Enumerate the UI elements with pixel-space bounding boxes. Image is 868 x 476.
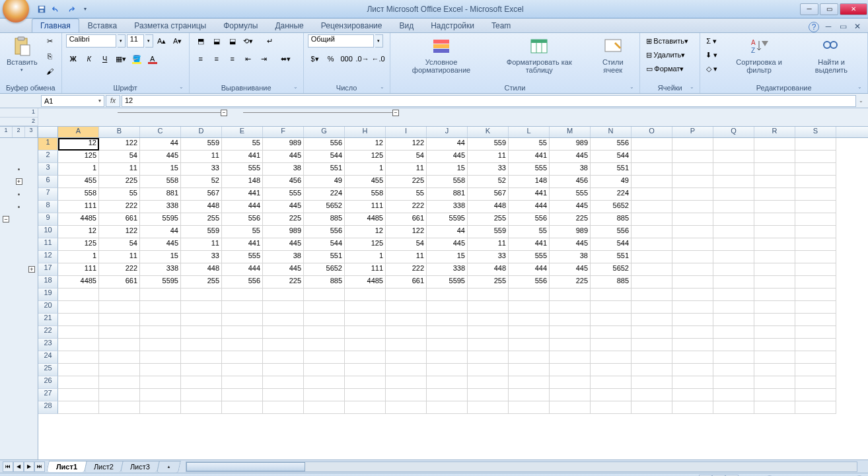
cell[interactable] [58,301,99,314]
cell[interactable]: 11 [99,251,140,263]
cell[interactable] [509,314,550,326]
cell[interactable] [140,289,181,301]
cell[interactable]: 448 [181,263,222,276]
cell[interactable]: 55 [509,226,550,238]
fill-color-icon[interactable]: 🪣 [129,52,144,65]
cell[interactable]: 456 [263,176,304,188]
cell[interactable]: 555 [222,251,263,263]
ribbon-tab-8[interactable]: Team [483,18,519,32]
cell[interactable] [222,301,263,314]
cell[interactable] [304,376,345,389]
cell[interactable] [304,389,345,401]
cell[interactable]: 38 [263,251,304,263]
cell[interactable] [550,351,591,364]
cell[interactable] [58,376,99,389]
row-header[interactable]: 3 [38,163,58,176]
column-header[interactable]: N [591,127,632,137]
find-select-button[interactable]: Найти и выделить [799,34,863,75]
cell[interactable]: 4485 [58,213,99,226]
cell[interactable]: 54 [386,151,427,163]
cell[interactable] [713,364,754,376]
cell[interactable] [427,376,468,389]
cell[interactable] [58,314,99,326]
ribbon-tab-3[interactable]: Формулы [215,18,266,32]
cell[interactable] [713,251,754,263]
cell[interactable] [754,326,795,339]
cell[interactable] [795,251,836,263]
font-size-dropdown-icon[interactable]: ▾ [145,34,153,48]
cell[interactable] [304,301,345,314]
cell[interactable] [795,339,836,351]
cell[interactable]: 12 [345,138,386,151]
cell[interactable]: 122 [99,226,140,238]
cell[interactable]: 54 [99,238,140,251]
cell[interactable]: 122 [386,138,427,151]
format-cells-button[interactable]: ▭ Формат ▾ [644,62,696,75]
number-format-select[interactable]: Общий [308,34,374,48]
sheet-nav-last-icon[interactable]: ⏭ [34,461,45,472]
cell[interactable]: 556 [304,138,345,151]
cell[interactable] [754,339,795,351]
font-name-dropdown-icon[interactable]: ▾ [118,34,126,48]
cell[interactable] [754,238,795,251]
cell[interactable]: 44 [427,138,468,151]
delete-cells-button[interactable]: ⊟ Удалить ▾ [644,48,696,61]
cell[interactable]: 225 [263,276,304,289]
cell[interactable] [795,351,836,364]
cell[interactable]: 33 [468,251,509,263]
cell[interactable] [713,188,754,201]
cell[interactable] [263,314,304,326]
cell[interactable]: 885 [591,276,632,289]
col-outline-level-2[interactable]: 2 [0,118,38,127]
cell[interactable]: 885 [304,276,345,289]
cell[interactable] [713,151,754,163]
ribbon-tab-1[interactable]: Вставка [79,18,126,32]
cell[interactable] [795,314,836,326]
cell[interactable]: 5652 [591,201,632,213]
cell[interactable]: 445 [550,201,591,213]
cell[interactable] [345,376,386,389]
cell[interactable] [222,401,263,414]
cell[interactable]: 255 [468,213,509,226]
cell[interactable]: 551 [304,251,345,263]
cell[interactable] [754,176,795,188]
cell[interactable]: 44 [140,138,181,151]
cell[interactable] [58,364,99,376]
cell[interactable]: 222 [99,263,140,276]
cell[interactable]: 33 [181,163,222,176]
fill-icon[interactable]: ⬇ ▾ [704,48,719,61]
row-header[interactable]: 26 [38,376,58,389]
cell[interactable]: 448 [181,201,222,213]
row-header[interactable]: 6 [38,176,58,188]
cell[interactable]: 255 [181,213,222,226]
cell[interactable]: 989 [550,226,591,238]
cell[interactable]: 222 [386,263,427,276]
row-outline-expand[interactable]: + [16,178,22,185]
cell[interactable]: 54 [386,238,427,251]
cell[interactable] [550,289,591,301]
cell[interactable] [181,364,222,376]
clear-icon[interactable]: ◇ ▾ [704,62,719,75]
cell[interactable] [795,376,836,389]
column-header[interactable]: I [386,127,427,137]
row-header[interactable]: 9 [38,213,58,226]
row-header[interactable]: 19 [38,289,58,301]
cell[interactable]: 989 [550,138,591,151]
cell[interactable] [672,188,713,201]
cell[interactable] [591,326,632,339]
cell[interactable] [672,376,713,389]
row-outline-expand[interactable]: + [28,266,35,273]
cell[interactable] [632,151,672,163]
cell[interactable] [386,314,427,326]
cell[interactable] [672,163,713,176]
cell[interactable]: 125 [345,151,386,163]
col-outline-collapse-1[interactable]: − [221,110,227,116]
qat-dropdown-icon[interactable]: ▾ [79,3,91,15]
column-header[interactable]: L [509,127,550,137]
cell[interactable] [713,163,754,176]
cell[interactable]: 1 [58,163,99,176]
row-header[interactable]: 10 [38,226,58,238]
cell[interactable] [795,201,836,213]
cell[interactable] [632,364,672,376]
cell[interactable] [795,151,836,163]
